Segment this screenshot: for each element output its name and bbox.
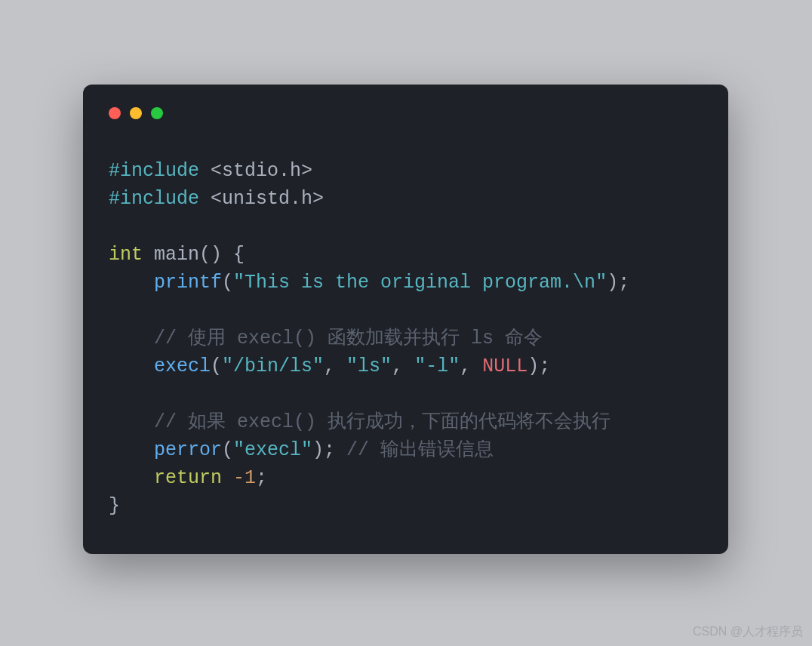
close-dot-icon bbox=[109, 107, 121, 119]
ident-main: main bbox=[143, 244, 199, 266]
punct-comma: , bbox=[392, 355, 414, 377]
window-titlebar bbox=[109, 107, 703, 119]
comment-line: // 使用 execl() 函数加载并执行 ls 命令 bbox=[154, 328, 543, 349]
punct-comma: , bbox=[324, 355, 346, 377]
code-window: #include <stdio.h> #include <unistd.h> i… bbox=[83, 85, 728, 554]
watermark-text: CSDN @人才程序员 bbox=[693, 624, 803, 640]
indent bbox=[109, 467, 154, 489]
punct-comma: , bbox=[460, 355, 482, 377]
punct-close: ); bbox=[527, 355, 550, 377]
punct-open: ( bbox=[222, 439, 233, 461]
punct-close: ); bbox=[312, 439, 346, 461]
punct-semi: ; bbox=[256, 467, 267, 489]
string-literal: "ls" bbox=[346, 355, 392, 377]
number-literal: -1 bbox=[233, 467, 256, 489]
minimize-dot-icon bbox=[130, 107, 142, 119]
string-literal: "-l" bbox=[414, 355, 460, 377]
null-literal: NULL bbox=[482, 355, 527, 377]
func-perror: perror bbox=[154, 439, 222, 461]
string-literal: "This is the original program.\n" bbox=[233, 272, 607, 294]
indent bbox=[109, 355, 154, 377]
indent bbox=[109, 272, 154, 294]
preproc-include: #include bbox=[109, 188, 199, 210]
keyword-return: return bbox=[154, 467, 222, 489]
header-unistd: <unistd.h> bbox=[199, 188, 324, 210]
preproc-include: #include bbox=[109, 160, 199, 182]
func-printf: printf bbox=[154, 272, 222, 294]
code-block: #include <stdio.h> #include <unistd.h> i… bbox=[109, 157, 703, 520]
indent bbox=[109, 411, 154, 433]
punct-open: ( bbox=[222, 272, 233, 294]
indent bbox=[109, 328, 154, 349]
indent bbox=[109, 439, 154, 461]
comment-inline: // 输出错误信息 bbox=[346, 439, 494, 461]
punct-close-brace: } bbox=[109, 495, 120, 517]
zoom-dot-icon bbox=[151, 107, 163, 119]
punct-open-main: () { bbox=[199, 244, 245, 266]
header-stdio: <stdio.h> bbox=[199, 160, 312, 182]
punct-open: ( bbox=[211, 355, 222, 377]
space bbox=[222, 467, 233, 489]
string-literal: "/bin/ls" bbox=[222, 355, 324, 377]
punct-close: ); bbox=[607, 272, 629, 294]
type-int: int bbox=[109, 244, 143, 266]
func-execl: execl bbox=[154, 355, 211, 377]
comment-line: // 如果 execl() 执行成功，下面的代码将不会执行 bbox=[154, 411, 611, 433]
string-literal: "execl" bbox=[233, 439, 312, 461]
